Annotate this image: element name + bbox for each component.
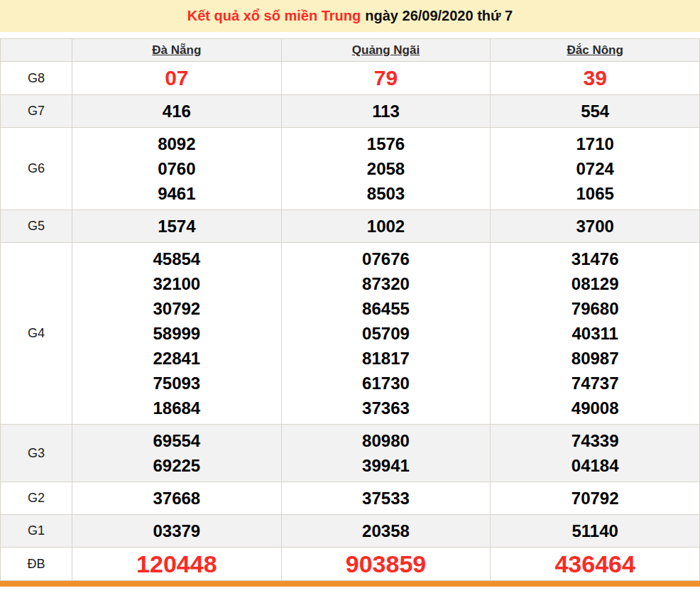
prize-numbers-cell: 03379	[72, 515, 282, 548]
prize-numbers-cell: 07	[72, 62, 282, 95]
prize-number: 0760	[72, 156, 281, 181]
prize-number: 75093	[72, 371, 281, 396]
prize-numbers-cell: 903859	[281, 548, 491, 581]
prize-number: 18684	[72, 396, 281, 420]
column-header-1[interactable]: Đà Nẵng	[72, 39, 282, 62]
results-table: Đà NẵngQuảng NgãiĐắc Nông G8077939G74161…	[0, 38, 700, 581]
prize-numbers-cell: 6955469225	[72, 425, 282, 482]
prize-numbers-cell: 809207609461	[72, 128, 282, 210]
prize-number: 1576	[282, 131, 491, 156]
prize-numbers-cell: 416	[72, 95, 282, 128]
prize-number: 3700	[491, 214, 699, 239]
column-header-row: Đà NẵngQuảng NgãiĐắc Nông	[1, 39, 700, 62]
prize-row-g4: G445854321003079258999228417509318684076…	[1, 243, 700, 425]
prize-number: 58999	[72, 321, 281, 346]
prize-number: 416	[72, 99, 281, 124]
prize-number: 9461	[72, 181, 281, 206]
prize-number: 69554	[72, 428, 281, 453]
prize-numbers-cell: 157620588503	[281, 128, 491, 210]
prize-numbers-cell: 113	[281, 95, 491, 128]
prize-number: 74737	[491, 371, 699, 396]
prize-numbers-cell: 171007241065	[491, 128, 700, 210]
column-header-3[interactable]: Đắc Nông	[491, 39, 700, 62]
prize-numbers-cell: 70792	[491, 482, 700, 515]
prize-numbers-cell: 7433904184	[491, 425, 700, 482]
prize-number: 37533	[282, 486, 491, 511]
prize-number: 61730	[282, 371, 491, 396]
prize-number: 113	[282, 99, 491, 124]
prize-number: 70792	[491, 486, 699, 511]
prize-number: 8092	[72, 131, 281, 156]
prize-row-đb: ĐB120448903859436464	[1, 548, 700, 581]
page-title: Kết quả xổ số miền Trungngày 26/09/2020 …	[187, 8, 513, 24]
prize-number: 07	[72, 65, 281, 91]
prize-numbers-cell: 3700	[491, 210, 700, 243]
prize-label: G1	[1, 515, 72, 548]
prize-number: 86455	[282, 296, 491, 321]
prize-number: 1002	[282, 214, 491, 239]
prize-number: 79	[282, 65, 491, 91]
prize-numbers-cell: 554	[491, 95, 700, 128]
prize-number: 8503	[282, 181, 491, 206]
prize-row-g8: G8077939	[1, 62, 700, 95]
prize-label: G7	[1, 95, 72, 128]
prize-number: 120448	[72, 551, 281, 577]
prize-number: 40311	[491, 321, 699, 346]
column-header-label[interactable]: Đà Nẵng	[152, 43, 201, 57]
prize-number: 05709	[282, 321, 491, 346]
page-title-region: Kết quả xổ số miền Trung	[187, 8, 361, 23]
prize-numbers-cell: 45854321003079258999228417509318684	[72, 243, 282, 425]
prize-number: 07676	[282, 246, 491, 271]
prize-number: 08129	[491, 271, 699, 296]
prize-number: 69225	[72, 453, 281, 478]
prize-numbers-cell: 51140	[491, 515, 700, 548]
prize-numbers-cell: 1002	[281, 210, 491, 243]
prize-label: G3	[1, 425, 72, 482]
results-table-head: Đà NẵngQuảng NgãiĐắc Nông	[1, 39, 700, 62]
prize-label: G8	[1, 62, 72, 95]
prize-number: 45854	[72, 246, 281, 271]
prize-number: 0724	[491, 156, 699, 181]
prize-numbers-cell: 37533	[281, 482, 491, 515]
column-header-label[interactable]: Quảng Ngãi	[352, 43, 420, 57]
prize-number: 37668	[72, 486, 281, 511]
column-header-label[interactable]: Đắc Nông	[567, 43, 623, 57]
prize-number: 81817	[282, 346, 491, 371]
prize-number: 1065	[491, 181, 699, 206]
prize-numbers-cell: 37668	[72, 482, 282, 515]
column-header-2[interactable]: Quảng Ngãi	[281, 39, 491, 62]
prize-numbers-cell: 79	[281, 62, 491, 95]
prize-numbers-cell: 8098039941	[281, 425, 491, 482]
prize-number: 22841	[72, 346, 281, 371]
prize-numbers-cell: 07676873208645505709818176173037363	[281, 243, 491, 425]
prize-number: 31476	[491, 246, 699, 271]
prize-row-g7: G7416113554	[1, 95, 700, 128]
prize-numbers-cell: 31476081297968040311809877473749008	[491, 243, 700, 425]
prize-number: 20358	[282, 518, 491, 543]
page-title-banner: Kết quả xổ số miền Trungngày 26/09/2020 …	[0, 0, 700, 32]
prize-numbers-cell: 39	[491, 62, 700, 95]
prize-number: 80980	[282, 428, 491, 453]
prize-label: G4	[1, 243, 72, 425]
prize-row-g6: G6809207609461157620588503171007241065	[1, 128, 700, 210]
prize-number: 04184	[491, 453, 699, 478]
prize-label: G2	[1, 482, 72, 515]
prize-number: 79680	[491, 296, 699, 321]
prize-row-g1: G1033792035851140	[1, 515, 700, 548]
prize-number: 51140	[491, 518, 699, 543]
prize-label: ĐB	[1, 548, 72, 581]
prize-number: 74339	[491, 428, 699, 453]
prize-number: 03379	[72, 518, 281, 543]
prize-numbers-cell: 120448	[72, 548, 282, 581]
prize-number: 554	[491, 99, 699, 124]
prize-number: 30792	[72, 296, 281, 321]
prize-number: 32100	[72, 271, 281, 296]
footer-accent-bar	[0, 581, 700, 587]
prize-numbers-cell: 20358	[281, 515, 491, 548]
corner-cell	[1, 39, 72, 62]
prize-number: 1710	[491, 131, 699, 156]
prize-number: 80987	[491, 346, 699, 371]
prize-number: 49008	[491, 396, 699, 420]
page-title-date: ngày 26/09/2020 thứ 7	[365, 8, 513, 23]
prize-label: G5	[1, 210, 72, 243]
